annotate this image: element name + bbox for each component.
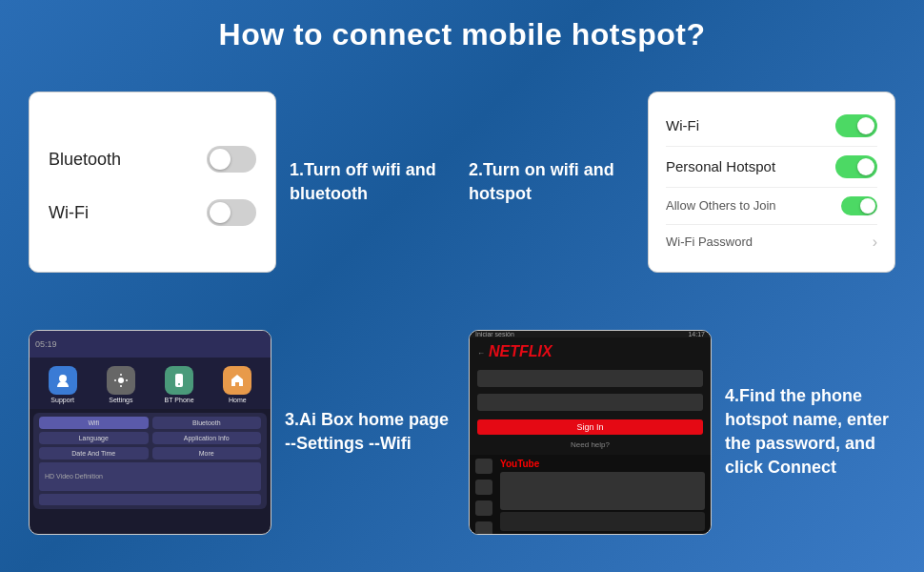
chevron-icon: ›	[873, 234, 877, 251]
netflix-help[interactable]: Need help?	[477, 440, 703, 449]
netflix-header: ← NETFLIX	[477, 343, 703, 364]
hotspot-row: Personal Hotspot	[666, 152, 877, 182]
wifi-setting-btn[interactable]: Wifi	[39, 417, 149, 429]
settings-panel: Wifi Bluetooth Language Application Info…	[33, 413, 267, 509]
settings-row-3: Date And Time More	[39, 447, 261, 460]
hotspot-knob	[857, 158, 874, 175]
hd-label: HD Video Definition	[39, 462, 261, 491]
wifi-row-2: Wi-Fi	[666, 111, 877, 141]
step4-text: 4.Find the phone hotspot name, enter the…	[725, 384, 895, 480]
status-text-4: Iniciar sesión	[475, 331, 514, 337]
app-settings[interactable]: Settings	[101, 365, 141, 405]
step4-cell: Iniciar sesión 14:17 ← NETFLIX Sign In N…	[469, 314, 895, 550]
more-btn[interactable]: More	[152, 447, 262, 460]
divider-2	[666, 187, 877, 188]
settings-row-1: Wifi Bluetooth	[39, 417, 261, 429]
yt-sidebar-icon-2[interactable]	[475, 480, 492, 495]
app-bt-phone-label: BT Phone	[165, 397, 194, 403]
yt-thumbnail-2[interactable]	[500, 512, 705, 531]
time-4: 14:17	[688, 331, 705, 337]
app-icons-row: Support Settings BT Phone	[30, 358, 271, 409]
allow-knob	[860, 198, 875, 214]
divider-1	[666, 146, 877, 147]
hotspot-label: Personal Hotspot	[666, 158, 775, 174]
yt-logo: YouTube	[500, 459, 705, 469]
yt-sidebar-icon-1[interactable]	[475, 459, 492, 474]
netflix-section: ← NETFLIX Sign In Need help?	[470, 337, 711, 455]
step1-cell: Bluetooth Wi-Fi 1.Turn off wifi and blue…	[29, 64, 455, 300]
back-icon[interactable]: ←	[477, 349, 485, 358]
yt-sidebar-icon-3[interactable]	[475, 500, 492, 516]
step1-text: 1.Turn off wifi and bluetooth	[290, 158, 455, 206]
date-time-btn[interactable]: Date And Time	[39, 447, 149, 460]
status-bar-4: Iniciar sesión 14:17	[470, 331, 711, 337]
allow-others-toggle[interactable]	[841, 196, 877, 215]
step3-text: 3.Ai Box home page --Settings --Wifi	[285, 408, 455, 456]
yt-sidebar-icon-4[interactable]	[475, 521, 492, 535]
settings-row-2: Language Application Info	[39, 432, 261, 444]
allow-others-label: Allow Others to Join	[666, 198, 776, 213]
bluetooth-setting-btn[interactable]: Bluetooth	[152, 417, 262, 429]
svg-point-1	[118, 378, 124, 383]
app-settings-label: Settings	[109, 397, 132, 403]
wifi-password-row: Wi-Fi Password ›	[666, 230, 877, 255]
bluetooth-label: Bluetooth	[49, 150, 121, 170]
wifi-knob-1	[210, 202, 231, 223]
language-btn[interactable]: Language	[39, 432, 149, 444]
yt-main: YouTube	[500, 459, 705, 535]
netflix-password-input[interactable]	[477, 394, 703, 411]
youtube-section: YouTube	[470, 455, 711, 535]
wifi-row-1: Wi-Fi	[49, 199, 256, 226]
step1-card: Bluetooth Wi-Fi	[29, 92, 276, 273]
step2-card: Wi-Fi Personal Hotspot Allow Others to J…	[648, 92, 895, 273]
app-support-label: Support	[50, 397, 74, 403]
wifi-label-1: Wi-Fi	[49, 203, 89, 223]
status-bar-3: 05:19	[30, 331, 271, 358]
step3-card: 05:19 Support Settings	[29, 330, 271, 535]
hd-text: HD Video Definition	[45, 473, 103, 480]
yt-thumbnail-1[interactable]	[500, 472, 705, 510]
svg-point-0	[59, 375, 67, 382]
wifi-knob-2	[857, 117, 874, 134]
bluetooth-knob	[210, 149, 231, 170]
divider-3	[666, 224, 877, 225]
wifi-password-label: Wi-Fi Password	[666, 235, 753, 249]
hotspot-toggle[interactable]	[835, 155, 877, 178]
wifi-toggle-2[interactable]	[835, 114, 877, 137]
bluetooth-row: Bluetooth	[49, 146, 256, 173]
netflix-sign-in-btn[interactable]: Sign In	[477, 419, 703, 435]
allow-others-row: Allow Others to Join	[666, 193, 877, 219]
step2-cell: 2.Turn on wifi and hotspot Wi-Fi Persona…	[469, 64, 895, 300]
step4-card: Iniciar sesión 14:17 ← NETFLIX Sign In N…	[469, 330, 712, 535]
wifi-label-2: Wi-Fi	[666, 117, 699, 133]
svg-point-3	[178, 383, 180, 385]
step2-text: 2.Turn on wifi and hotspot	[469, 158, 634, 206]
step3-cell: 05:19 Support Settings	[29, 314, 455, 550]
nav-setup	[39, 494, 261, 505]
netflix-email-input[interactable]	[477, 370, 703, 387]
time-3: 05:19	[35, 339, 57, 349]
bluetooth-toggle[interactable]	[207, 146, 256, 173]
main-grid: Bluetooth Wi-Fi 1.Turn off wifi and blue…	[0, 64, 924, 569]
yt-sidebar	[475, 459, 496, 535]
netflix-logo: NETFLIX	[489, 343, 552, 360]
app-home[interactable]: Home	[217, 365, 257, 405]
app-bt-phone[interactable]: BT Phone	[159, 365, 199, 405]
wifi-toggle-1[interactable]	[207, 199, 256, 226]
page-title: How to connect mobile hotspot?	[0, 0, 924, 64]
app-info-btn[interactable]: Application Info	[152, 432, 262, 444]
app-support[interactable]: Support	[43, 365, 83, 405]
app-home-label: Home	[229, 397, 247, 403]
